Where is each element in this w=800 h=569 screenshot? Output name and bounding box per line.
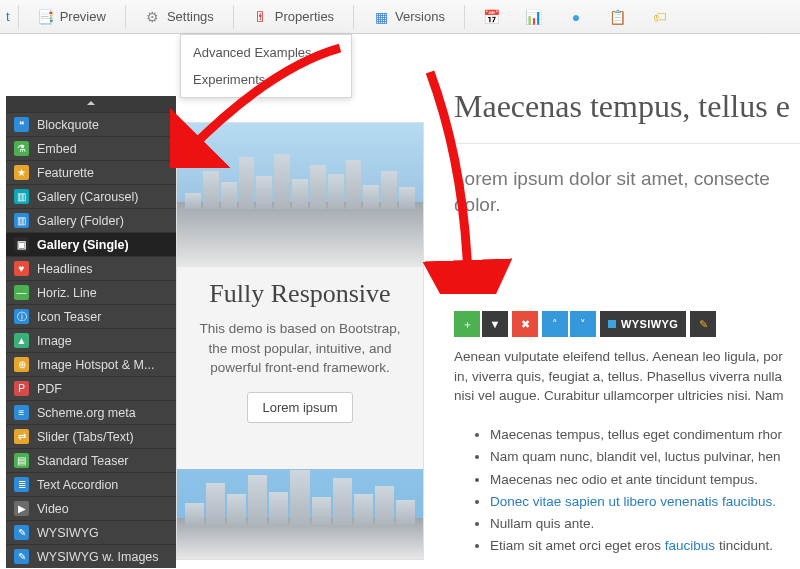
card-button[interactable]: Lorem ipsum: [247, 392, 352, 423]
sidebar-item-label: Gallery (Carousel): [37, 190, 138, 204]
toolbar-icon-tag[interactable]: 🏷: [641, 4, 679, 30]
article-title: Maecenas tempus, tellus e: [454, 88, 800, 125]
sidebar-item-icon: —: [14, 285, 29, 300]
move-down-button[interactable]: ˅: [570, 311, 596, 337]
toolbar-label: Versions: [395, 9, 445, 24]
sidebar-item-pdf[interactable]: PPDF: [6, 376, 176, 400]
toolbar-properties[interactable]: 🎚 Properties: [242, 4, 345, 30]
move-up-button[interactable]: ˄: [542, 311, 568, 337]
sidebar-item-label: Horiz. Line: [37, 286, 97, 300]
article-link[interactable]: Donec vitae sapien ut libero venenatis f…: [490, 494, 776, 509]
toolbar-versions[interactable]: ▦ Versions: [362, 4, 456, 30]
sidebar-item-icon: ≣: [14, 477, 29, 492]
sidebar-item-icon: ⊕: [14, 357, 29, 372]
gear-icon: ⚙: [145, 9, 161, 25]
sidebar-item-label: Image Hotspot & M...: [37, 358, 154, 372]
toolbar-icon-stats[interactable]: 📊: [515, 4, 553, 30]
calendar-icon: 📅: [484, 9, 500, 25]
sidebar-item-icon: ⓘ: [14, 309, 29, 324]
element-toolbar: ＋ ▼ ✖ ˄ ˅ WYSIWYG ✎: [454, 311, 800, 337]
add-button[interactable]: ＋: [454, 311, 480, 337]
card-title: Fully Responsive: [191, 279, 409, 309]
separator: [353, 5, 354, 29]
sidebar-item-gallery-single[interactable]: ▣Gallery (Single): [6, 232, 176, 256]
toolbar-icon-pie[interactable]: ●: [557, 4, 595, 30]
card-text: This demo is based on Bootstrap, the mos…: [191, 319, 409, 378]
add-dropdown[interactable]: ▼: [482, 311, 508, 337]
sidebar-item-gallery-carousel[interactable]: ▥Gallery (Carousel): [6, 184, 176, 208]
article-link[interactable]: faucibus: [665, 538, 715, 553]
toolbar-icon-cal[interactable]: 📅: [473, 4, 511, 30]
sidebar-item-featurette[interactable]: ★Featurette: [6, 160, 176, 184]
sidebar-item-label: Slider (Tabs/Text): [37, 430, 134, 444]
menu-item-experiments[interactable]: Experiments: [181, 66, 351, 93]
sidebar-item-gallery-folder[interactable]: ▥Gallery (Folder): [6, 208, 176, 232]
sidebar-item-icon: ▥: [14, 213, 29, 228]
toolbar-settings[interactable]: ⚙ Settings: [134, 4, 225, 30]
card-image-2: [177, 469, 423, 559]
sidebar-item-icon: P: [14, 381, 29, 396]
sidebar-item-wysiwyg-w-images[interactable]: ✎WYSIWYG w. Images: [6, 544, 176, 568]
separator: [464, 5, 465, 29]
sidebar-item-embed[interactable]: ⚗Embed: [6, 136, 176, 160]
add-group: ＋ ▼: [454, 311, 508, 337]
toolbar-icon-clip[interactable]: 📋: [599, 4, 637, 30]
sidebar-item-headlines[interactable]: ♥Headlines: [6, 256, 176, 280]
separator: [233, 5, 234, 29]
sidebar-item-wysiwyg[interactable]: ✎WYSIWYG: [6, 520, 176, 544]
sidebar-item-icon: ⇄: [14, 429, 29, 444]
menu-item-advanced-examples[interactable]: Advanced Examples: [181, 39, 351, 66]
toolbar-preview[interactable]: 📑 Preview: [27, 4, 117, 30]
sidebar-item-icon: ▲: [14, 333, 29, 348]
sidebar-item-icon: ▶: [14, 501, 29, 516]
featurette-card[interactable]: Fully Responsive This demo is based on B…: [176, 122, 424, 560]
delete-button[interactable]: ✖: [512, 311, 538, 337]
sidebar-item-label: Headlines: [37, 262, 93, 276]
list-item: Etiam sit amet orci eget eros faucibus t…: [490, 535, 800, 557]
toolbar-label: Settings: [167, 9, 214, 24]
article-list: Maecenas tempus, tellus eget condimentum…: [490, 424, 800, 558]
clipboard-icon: 📋: [610, 9, 626, 25]
sidebar-item-label: Image: [37, 334, 72, 348]
sidebar-item-label: Featurette: [37, 166, 94, 180]
toolbar-label: Properties: [275, 9, 334, 24]
toolbar-label: Preview: [60, 9, 106, 24]
versions-icon: ▦: [373, 9, 389, 25]
sidebar-item-label: Video: [37, 502, 69, 516]
sidebar-item-label: Embed: [37, 142, 77, 156]
sidebar-collapse[interactable]: [6, 96, 176, 112]
elements-sidebar: ❝Blockquote⚗Embed★Featurette▥Gallery (Ca…: [6, 96, 176, 568]
edit-button[interactable]: ✎: [690, 311, 716, 337]
sidebar-item-icon: ♥: [14, 261, 29, 276]
sidebar-item-horiz-line[interactable]: —Horiz. Line: [6, 280, 176, 304]
preview-icon: 📑: [38, 9, 54, 25]
sidebar-item-label: Scheme.org meta: [37, 406, 136, 420]
sidebar-item-label: Gallery (Single): [37, 238, 129, 252]
sidebar-item-icon: ≡: [14, 405, 29, 420]
card-image: [177, 123, 423, 267]
sidebar-item-icon: ⚗: [14, 141, 29, 156]
sidebar-item-scheme-org-meta[interactable]: ≡Scheme.org meta: [6, 400, 176, 424]
element-type-label[interactable]: WYSIWYG: [600, 311, 686, 337]
article-paragraph: Aenean vulputate eleifend tellus. Aenean…: [454, 347, 800, 406]
sidebar-item-blockquote[interactable]: ❝Blockquote: [6, 112, 176, 136]
properties-icon: 🎚: [253, 9, 269, 25]
sidebar-item-standard-teaser[interactable]: ▤Standard Teaser: [6, 448, 176, 472]
sidebar-item-icon-teaser[interactable]: ⓘIcon Teaser: [6, 304, 176, 328]
sidebar-item-image-hotspot-m[interactable]: ⊕Image Hotspot & M...: [6, 352, 176, 376]
sidebar-item-label: WYSIWYG w. Images: [37, 550, 159, 564]
sidebar-item-slider-tabs-text[interactable]: ⇄Slider (Tabs/Text): [6, 424, 176, 448]
sidebar-item-text-accordion[interactable]: ≣Text Accordion: [6, 472, 176, 496]
settings-dropdown: Advanced Examples Experiments: [180, 34, 352, 98]
pie-icon: ●: [568, 9, 584, 25]
sidebar-item-label: Blockquote: [37, 118, 99, 132]
sidebar-item-icon: ✎: [14, 549, 29, 564]
content-area: Fully Responsive This demo is based on B…: [176, 88, 800, 569]
sidebar-item-image[interactable]: ▲Image: [6, 328, 176, 352]
sidebar-item-icon: ▥: [14, 189, 29, 204]
divider: [454, 143, 800, 144]
article-lead: Lorem ipsum dolor sit amet, consecte dol…: [454, 166, 800, 217]
sidebar-item-video[interactable]: ▶Video: [6, 496, 176, 520]
wysiwyg-icon: [608, 320, 616, 328]
sidebar-item-label: Text Accordion: [37, 478, 118, 492]
